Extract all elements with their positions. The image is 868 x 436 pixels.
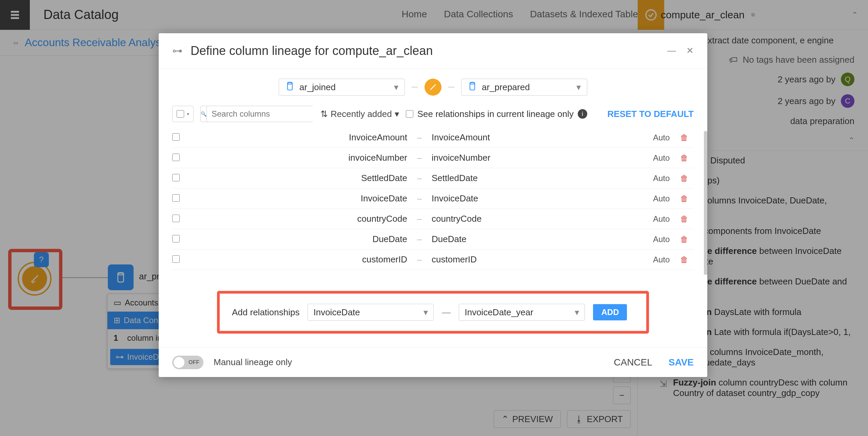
- row-checkbox[interactable]: [172, 194, 180, 202]
- target-column: SettledDate: [426, 173, 653, 183]
- dash-icon: —: [413, 196, 426, 201]
- delete-icon[interactable]: 🗑: [680, 153, 694, 163]
- row-checkbox[interactable]: [172, 235, 180, 242]
- source-column: DueDate: [186, 234, 413, 244]
- sort-select[interactable]: ⇅ Recently added ▾: [320, 109, 399, 119]
- delete-icon[interactable]: 🗑: [680, 235, 694, 244]
- add-relationship-highlight: Add relationships InvoiceDate ▾ — Invoic…: [217, 291, 649, 334]
- source-column: countryCode: [186, 214, 413, 224]
- target-dataset-select[interactable]: ar_prepared ▾: [461, 79, 587, 96]
- lineage-row: DueDate — DueDate Auto 🗑: [172, 229, 694, 250]
- dash-icon: —: [413, 257, 426, 262]
- target-column: invoiceNumber: [426, 153, 653, 163]
- source-column: InvoiceAmount: [186, 132, 413, 143]
- delete-icon[interactable]: 🗑: [680, 133, 694, 142]
- chevron-down-icon: ▾: [575, 307, 579, 318]
- mode-label: Auto: [653, 235, 680, 244]
- row-checkbox[interactable]: [172, 133, 180, 141]
- delete-icon[interactable]: 🗑: [680, 214, 694, 224]
- add-button[interactable]: ADD: [593, 304, 627, 320]
- dash-icon: —: [413, 237, 426, 242]
- mode-label: Auto: [653, 133, 680, 142]
- manual-lineage-toggle[interactable]: OFF: [172, 356, 203, 369]
- search-icon: 🔍: [201, 106, 207, 122]
- lineage-icon: ⊶: [172, 45, 182, 57]
- source-column: SettledDate: [186, 173, 413, 183]
- target-column: customerID: [426, 254, 653, 265]
- add-rel-target-select[interactable]: InvoiceDate_year ▾: [459, 304, 585, 321]
- dash-icon: —: [413, 176, 426, 181]
- mode-label: Auto: [653, 194, 680, 203]
- delete-icon[interactable]: 🗑: [680, 255, 694, 264]
- modal-title: Define column lineage for compute_ar_cle…: [191, 44, 433, 58]
- sort-icon: ⇅: [320, 109, 328, 119]
- reset-button[interactable]: RESET TO DEFAULT: [607, 109, 694, 119]
- postgres-icon: [285, 81, 295, 93]
- add-rel-source-select[interactable]: InvoiceDate ▾: [308, 304, 434, 321]
- select-all-checkbox[interactable]: ▾: [172, 106, 194, 122]
- lineage-modal: ⊶ Define column lineage for compute_ar_c…: [159, 33, 707, 377]
- minimize-icon[interactable]: —: [667, 45, 676, 56]
- see-relationships-label: See relationships in current lineage onl…: [417, 109, 574, 119]
- mode-label: Auto: [653, 214, 680, 224]
- save-button[interactable]: SAVE: [669, 357, 694, 368]
- svg-point-6: [470, 82, 475, 84]
- lineage-row: InvoiceDate — InvoiceDate Auto 🗑: [172, 189, 694, 209]
- row-checkbox[interactable]: [172, 174, 180, 181]
- add-relationship-label: Add relationships: [232, 307, 299, 318]
- chevron-down-icon: ▾: [576, 82, 581, 93]
- lineage-row: countryDesc — countryDesc Auto 🗑: [172, 270, 694, 275]
- target-column: InvoiceDate: [426, 193, 653, 204]
- chevron-down-icon: ▾: [394, 82, 398, 93]
- dash-icon: —: [413, 216, 426, 222]
- mode-label: Auto: [653, 174, 680, 183]
- source-column: customerID: [186, 254, 413, 265]
- chevron-down-icon: ▾: [423, 307, 428, 318]
- source-dataset-select[interactable]: ar_joined ▾: [279, 79, 405, 96]
- row-checkbox[interactable]: [172, 255, 180, 263]
- row-checkbox[interactable]: [172, 215, 180, 222]
- row-checkbox[interactable]: [172, 154, 180, 161]
- svg-point-5: [288, 82, 292, 84]
- cancel-button[interactable]: CANCEL: [614, 357, 652, 368]
- chevron-down-icon: ▾: [395, 109, 399, 119]
- delete-icon[interactable]: 🗑: [680, 194, 694, 203]
- dash-icon: —: [413, 135, 426, 140]
- source-column: invoiceNumber: [186, 153, 413, 163]
- delete-icon[interactable]: 🗑: [680, 174, 694, 183]
- scrollbar-thumb[interactable]: [704, 131, 707, 275]
- lineage-row: customerID — customerID Auto 🗑: [172, 250, 694, 270]
- target-column: DueDate: [426, 234, 653, 244]
- lineage-row: countryCode — countryCode Auto 🗑: [172, 209, 694, 229]
- lineage-row: invoiceNumber — invoiceNumber Auto 🗑: [172, 148, 694, 168]
- info-icon[interactable]: i: [578, 109, 587, 119]
- target-column: countryCode: [426, 214, 653, 224]
- see-relationships-checkbox[interactable]: [406, 110, 413, 118]
- lineage-row: InvoiceAmount — InvoiceAmount Auto 🗑: [172, 127, 694, 148]
- mode-label: Auto: [653, 255, 680, 264]
- close-icon[interactable]: ✕: [686, 45, 694, 56]
- lineage-row: SettledDate — SettledDate Auto 🗑: [172, 168, 694, 189]
- target-column: InvoiceAmount: [426, 132, 653, 143]
- toggle-label: Manual lineage only: [214, 357, 292, 368]
- mode-label: Auto: [653, 153, 680, 163]
- search-input[interactable]: [207, 106, 318, 122]
- dash-icon: —: [413, 155, 426, 161]
- dash-icon: —: [442, 307, 451, 318]
- source-column: InvoiceDate: [186, 193, 413, 204]
- recipe-connector-icon: [425, 79, 441, 96]
- postgres-icon: [468, 81, 477, 93]
